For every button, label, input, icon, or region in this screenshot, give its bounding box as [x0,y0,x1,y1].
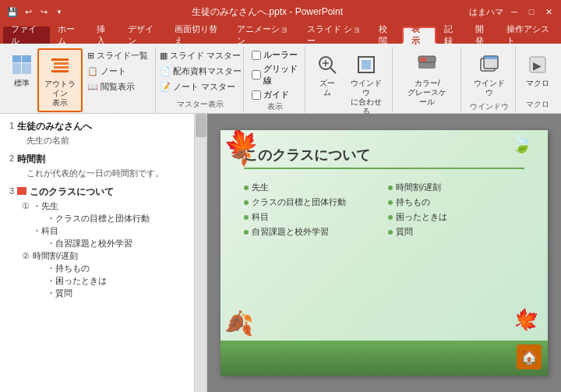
handout-icon: 📄 [160,66,171,76]
item-text-2[interactable]: ・科目 [33,225,58,237]
scroll-thumb[interactable] [196,114,206,137]
presentation-view-buttons: 標準 アウトライン 表示 ⊞ スライド一覧 [8,48,151,112]
handout-label: 配布資料マスター [173,65,242,77]
undo-icon[interactable]: ↩ [22,5,34,18]
subitem-3-2: 困ったときは [47,275,191,287]
svg-rect-2 [12,63,21,74]
gridlines-checkbox[interactable] [252,70,261,79]
zoom-label: ズーム [317,79,337,97]
guides-checkbox[interactable] [252,90,261,100]
home-button[interactable]: 🏠 [517,344,542,369]
main-area: 1 生徒のみなさんへ 先生の名前 2 時間割 これが代表的な一日の時間割です。 … [0,114,561,392]
ruler-checkbox[interactable] [252,51,261,60]
tab-review[interactable]: 校閲 [371,26,402,44]
master-view-buttons: ▦ スライド マスター 📄 配布資料マスター 📝 ノート マスター [157,48,245,99]
gridlines-checkbox-item[interactable]: グリッド線 [250,62,300,87]
notes-view-button[interactable]: 📋 ノート [84,64,151,79]
window-title: 生徒のみなさんへ.pptx - PowerPoint [65,5,469,19]
svg-text:▶: ▶ [533,59,542,72]
checkboxes-col: ルーラー グリッド線 ガイド [250,48,300,101]
slide-item-1-2: クラスの目標と団体行動 [244,196,380,208]
slide-canvas: 🍁 🍂 🍂 🍁 🍃 このクラスについて 先生 [221,130,548,376]
macro-icon: ▶ [525,52,550,77]
tab-transitions[interactable]: 画面切り替え [167,26,229,44]
item-text-1[interactable]: ・先生 [33,200,58,212]
reading-view-button[interactable]: 📖 閲覧表示 [84,79,151,94]
zoom-button[interactable]: ズーム [312,48,343,101]
color-grayscale-label: カラー/ グレースケール [404,79,450,107]
slide-item-2-3: 困ったときは [388,211,524,223]
minimize-icon[interactable]: ─ [508,5,520,18]
guides-checkbox-item[interactable]: ガイド [250,88,300,101]
window-icon [477,52,502,77]
col2-item-1: 時間割/遅刻 [396,182,441,193]
tab-slideshow[interactable]: スライド ショー [299,26,372,44]
slide-2-num: 2 [3,153,14,163]
tab-developer[interactable]: 開発 [468,26,499,44]
window-label: ウインドウ [473,79,505,97]
slide-item-2-1: 時間割/遅刻 [388,182,524,193]
save-icon[interactable]: 💾 [6,5,19,18]
slide-2-title[interactable]: 時間割 [17,153,45,166]
fit-window-label: ウインドウ に合わせる [350,79,382,116]
slide-col-2: 時間割/遅刻 持ちもの 困ったときは 質問 [388,178,524,241]
slide-1-num: 1 [3,120,14,130]
slide-item-1-1: 先生 [244,182,380,193]
outline-slide-1: 1 生徒のみなさんへ 先生の名前 [3,120,191,147]
color-grayscale-button[interactable]: カラー/ グレースケール [399,48,456,111]
slide-master-button[interactable]: ▦ スライド マスター [157,48,245,63]
slide-2-header: 2 時間割 [3,153,191,166]
outline-scrollbar[interactable] [195,114,207,392]
outline-panel: 1 生徒のみなさんへ 先生の名前 2 時間割 これが代表的な一日の時間割です。 … [0,114,195,392]
slide-list-icon: ⊞ [87,51,94,61]
maximize-icon[interactable]: □ [525,5,538,18]
outline-view-button[interactable]: アウトライン 表示 [37,48,83,112]
tab-insert[interactable]: 挿入 [89,26,120,44]
col2-item-3: 困ったときは [396,211,447,223]
outline-view-icon [48,53,72,78]
outline-view-label: アウトライン 表示 [44,79,76,108]
notes-master-icon: 📝 [160,82,171,92]
window-button[interactable]: ウインドウ [468,48,510,101]
slide-3-title[interactable]: このクラスについて [30,185,114,199]
macro-button[interactable]: ▶ マクロ [520,48,556,92]
reading-label: 閲覧表示 [101,81,135,93]
subitem-2-1: 自習課題と校外学習 [47,238,191,249]
tab-help[interactable]: 操作アシスト [499,26,561,44]
ribbon-group-master-view: ▦ スライド マスター 📄 配布資料マスター 📝 ノート マスター マスター表示 [157,47,244,113]
bullet-6 [388,200,393,205]
slide-master-icon: ▦ [160,51,168,61]
tab-file[interactable]: ファイル [3,26,50,44]
subitem-3-1: 持ちもの [47,263,191,274]
macro-buttons: ▶ マクロ [520,48,556,99]
svg-rect-0 [12,55,21,62]
tab-design[interactable]: デザイン [120,26,167,44]
item-text-3[interactable]: 時間割/遅刻 [33,250,78,262]
redo-icon[interactable]: ↪ [37,5,50,18]
slide-list-button[interactable]: ⊞ スライド一覧 [84,48,151,63]
svg-rect-6 [54,66,69,69]
zoom-buttons: ズーム ウインドウ に合わせる [312,48,387,120]
notes-master-button[interactable]: 📝 ノート マスター [157,79,245,94]
user-name: はまハマ [469,6,503,18]
slide-3-item-1: ① ・先生 [19,200,191,212]
ruler-checkbox-item[interactable]: ルーラー [250,48,300,62]
tab-view[interactable]: 表示 [402,26,436,44]
more-icon[interactable]: ▼ [53,5,65,18]
standard-view-button[interactable]: 標準 [8,48,36,92]
window-buttons: ウインドウ [468,48,510,101]
tab-record[interactable]: 記録 [436,26,468,44]
slide-3-item-2: ・科目 [19,225,191,237]
slide-1-title[interactable]: 生徒のみなさんへ [17,120,92,133]
slide-list-label: スライド一覧 [97,50,148,62]
svg-rect-3 [22,63,31,74]
svg-rect-5 [54,62,69,65]
slide-heading: このクラスについて [244,146,524,169]
tab-animations[interactable]: アニメーション [229,26,299,44]
tab-home[interactable]: ホーム [50,26,89,44]
close-icon[interactable]: ✕ [542,5,555,18]
slide-3-sub-2: 自習課題と校外学習 [47,238,191,249]
color-buttons: カラー/ グレースケール [399,48,456,111]
fit-window-button[interactable]: ウインドウ に合わせる [344,48,387,120]
handout-master-button[interactable]: 📄 配布資料マスター [157,64,245,79]
